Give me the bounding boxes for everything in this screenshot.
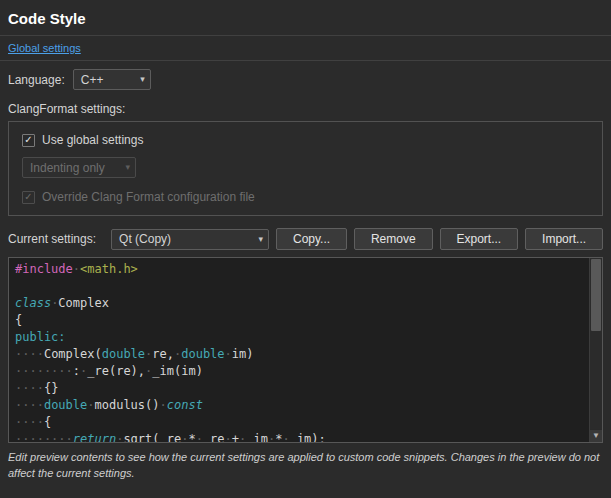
import-button[interactable]: Import... bbox=[525, 228, 603, 250]
use-global-settings-checkbox[interactable]: ✓ Use global settings bbox=[22, 133, 589, 147]
language-row: Language: C++ ▾ bbox=[8, 69, 603, 90]
vertical-scrollbar[interactable]: ▼ bbox=[589, 258, 602, 442]
global-settings-link[interactable]: Global settings bbox=[8, 42, 81, 54]
code-content[interactable]: #include·<math.h> class·Complex{public:·… bbox=[9, 258, 588, 442]
code-line: ····double·modulus()·const bbox=[15, 397, 588, 414]
code-line: public: bbox=[15, 329, 588, 346]
use-global-settings-label: Use global settings bbox=[42, 133, 143, 147]
current-settings-label: Current settings: bbox=[8, 232, 96, 246]
current-settings-row: Current settings: Qt (Copy) ▾ Copy... Re… bbox=[8, 228, 603, 250]
override-clangformat-label: Override Clang Format configuration file bbox=[42, 190, 255, 204]
checkbox-checked-icon: ✓ bbox=[22, 134, 35, 147]
chevron-down-icon: ▾ bbox=[140, 75, 145, 84]
code-line: ····{ bbox=[15, 414, 588, 431]
language-combo-value: C++ bbox=[81, 73, 104, 87]
current-settings-combo-value: Qt (Copy) bbox=[119, 232, 171, 246]
code-line bbox=[15, 278, 588, 295]
code-line: class·Complex bbox=[15, 295, 588, 312]
code-line: ····Complex(double·re,·double·im) bbox=[15, 346, 588, 363]
page-title: Code Style bbox=[8, 10, 603, 27]
footer-note: Edit preview contents to see how the cur… bbox=[8, 450, 603, 482]
indenting-combo-value: Indenting only bbox=[30, 161, 105, 175]
copy-button[interactable]: Copy... bbox=[276, 228, 347, 250]
vertical-scrollbar-thumb[interactable] bbox=[591, 259, 601, 331]
remove-button[interactable]: Remove bbox=[354, 228, 433, 250]
override-clangformat-checkbox: ✓ Override Clang Format configuration fi… bbox=[22, 190, 589, 204]
code-line: ········return·sqrt(_re·*·_re·+·_im·*·_i… bbox=[15, 431, 588, 442]
clangformat-groupbox: ✓ Use global settings Indenting only ▾ ✓… bbox=[8, 121, 603, 216]
code-line: { bbox=[15, 312, 588, 329]
chevron-down-icon: ▾ bbox=[125, 163, 130, 172]
code-line: ········:·_re(re),·_im(im) bbox=[15, 363, 588, 380]
clangformat-settings-label: ClangFormat settings: bbox=[8, 102, 603, 116]
export-button[interactable]: Export... bbox=[440, 228, 519, 250]
chevron-down-icon: ▾ bbox=[259, 235, 264, 244]
indenting-combo: Indenting only ▾ bbox=[22, 157, 136, 178]
chevron-down-icon: ▼ bbox=[592, 432, 600, 440]
language-combo[interactable]: C++ ▾ bbox=[73, 69, 151, 90]
code-style-page: Code Style Global settings Language: C++… bbox=[0, 0, 611, 498]
scroll-down-button[interactable]: ▼ bbox=[590, 429, 602, 442]
separator bbox=[0, 60, 611, 61]
separator bbox=[0, 35, 611, 36]
checkbox-checked-icon: ✓ bbox=[22, 191, 35, 204]
code-line: #include·<math.h> bbox=[15, 261, 588, 278]
code-line: ····{} bbox=[15, 380, 588, 397]
language-label: Language: bbox=[8, 73, 65, 87]
code-preview-editor[interactable]: #include·<math.h> class·Complex{public:·… bbox=[8, 257, 603, 443]
current-settings-combo[interactable]: Qt (Copy) ▾ bbox=[111, 229, 269, 250]
